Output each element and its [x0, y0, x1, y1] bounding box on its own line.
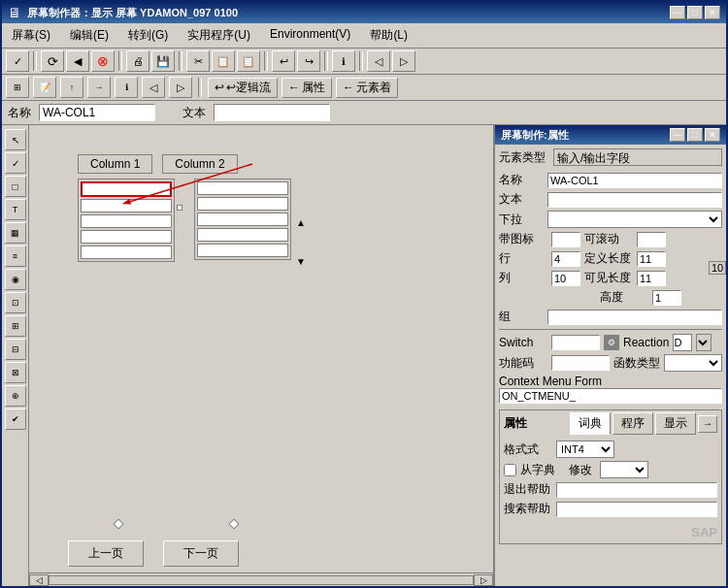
col-input[interactable] — [551, 271, 580, 286]
props-dropdown-select[interactable] — [547, 211, 722, 228]
table2-row-3[interactable] — [197, 212, 288, 226]
side-btn-list[interactable]: ≡ — [5, 245, 26, 267]
exit-help-input[interactable] — [556, 482, 717, 498]
props-close[interactable]: ✕ — [705, 128, 720, 142]
reaction-input[interactable] — [673, 334, 692, 351]
selected-row[interactable] — [81, 181, 172, 197]
switch-icon[interactable]: ⚙ — [604, 335, 619, 350]
func-input[interactable] — [551, 355, 610, 371]
tab-display[interactable]: 显示 — [655, 412, 696, 435]
vis-len-input[interactable] — [637, 271, 666, 286]
table-row-4[interactable] — [81, 245, 172, 259]
side-btn-input[interactable]: ▦ — [5, 222, 26, 244]
diamond-handle-left[interactable] — [113, 518, 123, 529]
scroll-track[interactable] — [49, 575, 474, 585]
props-min[interactable]: — — [670, 128, 685, 142]
modify-dropdown[interactable] — [600, 461, 648, 478]
redo-button[interactable]: ↪ — [297, 50, 320, 72]
side-btn-custom[interactable]: ⊕ — [5, 385, 26, 407]
side-btn-frame[interactable]: ⊞ — [5, 315, 26, 337]
menu-screen[interactable]: 屏幕(S) — [6, 25, 56, 46]
table2-row-2[interactable] — [197, 197, 288, 211]
tb2-btn3[interactable]: ↑ — [60, 77, 83, 98]
paste-button[interactable]: 📋 — [237, 50, 260, 72]
save-button[interactable]: 💾 — [151, 50, 175, 72]
def-len-input[interactable] — [637, 251, 666, 267]
print-button[interactable]: 🖨 — [126, 50, 149, 72]
cut-button[interactable]: ✂ — [186, 50, 210, 72]
table-row-2[interactable] — [81, 214, 172, 228]
side-btn-tab[interactable]: ⊠ — [5, 362, 26, 383]
menu-environment[interactable]: Environment(V) — [264, 25, 356, 46]
props-text-input[interactable] — [547, 192, 722, 208]
next-page-button[interactable]: 下一页 — [163, 540, 239, 567]
search-help-input[interactable] — [556, 502, 717, 517]
copy-button[interactable]: 📋 — [212, 50, 235, 72]
side-btn-radio[interactable]: ◉ — [5, 269, 26, 290]
func-type-dropdown[interactable] — [664, 354, 722, 372]
side-btn-btn[interactable]: ⊡ — [5, 292, 26, 313]
table2-row-1[interactable] — [197, 181, 288, 195]
attributes-button[interactable]: ← 属性 — [281, 78, 332, 98]
height-input[interactable] — [652, 290, 681, 306]
switch-input[interactable] — [551, 335, 600, 350]
format-dropdown[interactable]: INT4 — [556, 441, 614, 458]
tb2-nav-right[interactable]: ▷ — [169, 77, 192, 98]
scroll-input[interactable] — [637, 232, 666, 247]
scroll-down[interactable]: ▼ — [296, 256, 306, 267]
canvas-area[interactable]: Column 1 Column 2 — [29, 125, 493, 586]
minimize-button[interactable]: — — [670, 6, 685, 19]
layout-btn[interactable]: ⊞ — [6, 77, 29, 98]
h-scrollbar[interactable]: ◁ ▷ — [29, 572, 493, 586]
row-input[interactable] — [551, 251, 580, 267]
attrs-nav-btn[interactable]: → — [698, 415, 717, 433]
info-button[interactable]: ℹ — [332, 50, 355, 72]
text-input[interactable] — [214, 104, 330, 121]
side-btn-pointer[interactable]: ↖ — [5, 129, 26, 150]
props-name-input[interactable] — [547, 173, 722, 188]
elements-button[interactable]: ← 元素着 — [336, 78, 398, 98]
close-button[interactable]: ✕ — [705, 6, 720, 19]
table-row-3[interactable] — [81, 230, 172, 244]
side-btn-box[interactable]: □ — [5, 176, 26, 197]
icon-input[interactable] — [551, 232, 580, 247]
stop-button[interactable]: ⊗ — [91, 50, 115, 72]
table-row-1[interactable] — [81, 199, 172, 212]
name-input[interactable] — [39, 104, 155, 121]
scroll-left-btn[interactable]: ◁ — [29, 574, 49, 586]
table2-row-5[interactable] — [197, 244, 288, 257]
prev-button[interactable]: ◁ — [367, 50, 390, 72]
logic-flow-button[interactable]: ↩ ↩逻辑流 — [208, 78, 278, 98]
menu-goto[interactable]: 转到(G) — [122, 25, 174, 46]
tab-dict[interactable]: 词典 — [570, 412, 611, 435]
table2-row-4[interactable] — [197, 228, 288, 242]
tb2-nav-left[interactable]: ◁ — [142, 77, 165, 98]
prev-page-button[interactable]: 上一页 — [68, 540, 144, 567]
scroll-up[interactable]: ▲ — [296, 217, 306, 228]
attr-btn[interactable]: 📝 — [33, 77, 56, 98]
side-btn-table[interactable]: ⊟ — [5, 339, 26, 360]
tab-prog[interactable]: 程序 — [612, 412, 653, 435]
refresh-button[interactable]: ⟳ — [41, 50, 64, 72]
context-input[interactable] — [499, 388, 722, 404]
menu-edit[interactable]: 编辑(E) — [64, 25, 115, 46]
props-max[interactable]: □ — [687, 128, 703, 142]
scroll-right-btn[interactable]: ▷ — [474, 574, 493, 586]
side-btn-ok[interactable]: ✔ — [5, 408, 26, 430]
menu-help[interactable]: 帮助(L) — [364, 25, 414, 46]
diamond-handle-right[interactable] — [228, 518, 239, 529]
reaction-dropdown[interactable] — [696, 334, 711, 351]
check-button[interactable]: ✓ — [6, 50, 29, 72]
maximize-button[interactable]: □ — [687, 6, 703, 19]
group-input[interactable] — [547, 310, 722, 325]
resize-handle[interactable] — [177, 205, 182, 211]
from-dict-checkbox[interactable] — [504, 464, 516, 476]
undo-button[interactable]: ↩ — [272, 50, 295, 72]
tb2-btn4[interactable]: → — [87, 77, 111, 98]
tb2-info[interactable]: ℹ — [115, 77, 138, 98]
next-button[interactable]: ▷ — [392, 50, 415, 72]
back-button[interactable]: ◀ — [66, 50, 89, 72]
side-btn-check[interactable]: ✓ — [5, 152, 26, 174]
side-btn-text[interactable]: T — [5, 199, 26, 220]
menu-utilities[interactable]: 实用程序(U) — [182, 25, 256, 46]
